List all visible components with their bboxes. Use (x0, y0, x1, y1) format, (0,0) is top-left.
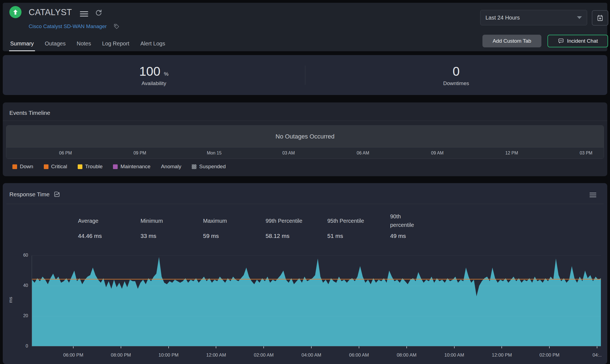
availability-stat: 100 % Availability (3, 55, 305, 95)
chevron-down-icon (577, 16, 582, 19)
tab-alert-logs[interactable]: Alert Logs (140, 40, 165, 51)
x-axis-tick (406, 346, 407, 348)
timeline-tick-label: 06 PM (59, 151, 72, 156)
legend-swatch (12, 164, 17, 169)
divider (3, 121, 607, 121)
x-axis-label: 02:00 AM (254, 352, 274, 358)
tab-notes[interactable]: Notes (77, 40, 91, 51)
area-series (32, 256, 601, 346)
timeline-tick-label: 03 AM (282, 151, 295, 156)
x-axis-tick (73, 346, 74, 348)
x-axis-label: 02:00 PM (539, 352, 560, 358)
monitor-type-link[interactable]: Cisco Catalyst SD-WAN Manager (29, 23, 107, 29)
x-axis-tick (597, 346, 597, 348)
x-axis-tick (501, 346, 502, 348)
legend-item: Maintenance (113, 164, 150, 170)
legend-swatch (44, 164, 48, 169)
x-axis-label: 08:00 PM (111, 352, 131, 358)
events-timeline-band[interactable]: No Outages Occurred 06 PM09 PMMon 1503 A… (6, 125, 604, 159)
legend-swatch (113, 164, 118, 169)
y-axis-label: 20 (17, 313, 28, 318)
x-axis-label: 12:00 PM (492, 352, 512, 358)
legend-item: Anomaly (161, 164, 181, 170)
x-axis-label: 06:00 PM (63, 352, 83, 358)
legend-swatch (78, 164, 82, 169)
average-line (32, 279, 601, 279)
events-legend: DownCriticalTroubleMaintenanceAnomalySus… (12, 164, 226, 170)
response-time-chart[interactable]: ms 020406006:00 PM08:00 PM10:00 PM12:00 … (32, 256, 601, 346)
x-axis-label: 04:00 AM (301, 352, 321, 358)
gridline (32, 316, 601, 316)
page-title: CATALYST (29, 7, 72, 17)
legend-item: Critical (44, 164, 67, 170)
legend-item: Suspended (192, 164, 226, 170)
legend-label: Anomaly (161, 164, 181, 170)
legend-item: Trouble (78, 164, 103, 170)
legend-label: Trouble (85, 164, 103, 170)
divider (6, 204, 604, 204)
incident-chat-label: Incident Chat (567, 38, 598, 44)
timeline-tick-label: 09 PM (133, 151, 146, 156)
x-axis-tick (168, 346, 169, 348)
tab-outages[interactable]: Outages (45, 40, 66, 51)
overview-stats-panel: 100 % Availability 0 Downtimes (3, 55, 607, 95)
refresh-icon[interactable] (95, 9, 102, 17)
add-custom-tab-button[interactable]: Add Custom Tab (482, 35, 541, 47)
timeline-tick-label: 09 AM (431, 151, 444, 156)
timeline-axis: 06 PM09 PMMon 1503 AM06 AM09 AM12 PM03 P… (6, 147, 604, 159)
tab-bar: Summary Outages Notes Log Report Alert L… (10, 40, 165, 51)
x-axis-tick (263, 346, 264, 348)
events-timeline-panel: Events Timeline No Outages Occurred 06 P… (3, 102, 607, 176)
y-axis-label: 0 (17, 344, 28, 349)
y-axis-unit: ms (8, 297, 13, 303)
time-range-select[interactable]: Last 24 Hours (480, 10, 587, 25)
tag-icon[interactable] (113, 23, 120, 30)
no-outages-message: No Outages Occurred (276, 133, 334, 140)
response-time-title: Response Time (9, 191, 50, 198)
downtimes-stat: 0 Downtimes (305, 55, 607, 95)
stat-p90: 90th percentile49 ms (390, 211, 423, 239)
y-axis-label: 60 (17, 253, 28, 258)
x-axis-label: 08:00 AM (397, 352, 417, 358)
legend-label: Maintenance (120, 164, 150, 170)
hamburger-icon[interactable] (80, 10, 88, 18)
availability-value: 100 % (139, 64, 168, 79)
gridline (32, 256, 601, 256)
incident-chat-button[interactable]: Incident Chat (547, 35, 608, 47)
x-axis-label: 12:00 AM (206, 352, 226, 358)
downtimes-label: Downtimes (443, 80, 469, 86)
x-axis-label: 10:00 PM (158, 352, 179, 358)
x-axis-tick (359, 346, 359, 348)
timeline-tick-label: 12 PM (505, 151, 518, 156)
legend-label: Down (20, 164, 33, 170)
tab-log-report[interactable]: Log Report (102, 40, 129, 51)
response-time-panel: Response Time Average44.46 ms Minimum33 … (3, 183, 607, 364)
gridline (32, 286, 601, 286)
stat-average: Average44.46 ms (78, 211, 141, 239)
x-axis-tick (549, 346, 550, 348)
timeline-tick-label: 06 AM (357, 151, 369, 156)
timeline-tick-label: 03 PM (580, 151, 592, 156)
events-timeline-title: Events Timeline (9, 110, 50, 116)
downtimes-value: 0 (453, 64, 460, 79)
x-axis-label: 06:00 AM (349, 352, 369, 358)
x-axis-label: 04:.. (593, 352, 602, 358)
time-range-value: Last 24 Hours (485, 15, 520, 21)
stat-maximum: Maximum59 ms (203, 211, 266, 239)
stat-p95: 95th Percentile51 ms (327, 211, 390, 239)
legend-label: Suspended (199, 164, 226, 170)
calendar-sparkle-button[interactable] (592, 10, 608, 26)
menu-lines-icon[interactable] (590, 191, 596, 199)
status-up-arrow-icon (9, 6, 21, 18)
tab-summary[interactable]: Summary (10, 40, 34, 51)
timeline-message-area: No Outages Occurred (6, 126, 604, 147)
trend-chart-icon[interactable] (53, 191, 60, 198)
availability-label: Availability (142, 80, 166, 86)
x-axis-tick (216, 346, 216, 348)
stat-minimum: Minimum33 ms (141, 211, 203, 239)
x-axis-label: 10:00 AM (444, 352, 464, 358)
response-stats-row: Average44.46 ms Minimum33 ms Maximum59 m… (78, 211, 423, 239)
legend-item: Down (12, 164, 33, 170)
x-axis-tick (311, 346, 312, 348)
divider (305, 66, 305, 85)
